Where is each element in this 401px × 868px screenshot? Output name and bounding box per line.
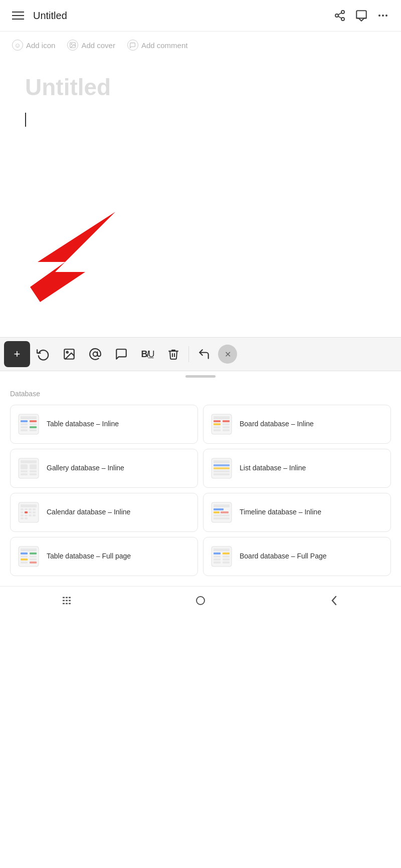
- section-title: Database: [10, 390, 391, 398]
- svg-rect-74: [21, 552, 28, 554]
- svg-rect-85: [223, 552, 230, 554]
- table-full-label: Table database – Full page: [47, 551, 131, 561]
- svg-rect-58: [33, 511, 36, 513]
- toolbar-separator: [188, 346, 189, 362]
- svg-rect-40: [30, 470, 37, 472]
- svg-rect-32: [223, 426, 230, 428]
- svg-rect-41: [21, 473, 28, 475]
- svg-rect-60: [25, 514, 28, 516]
- svg-rect-80: [21, 561, 28, 563]
- comment-small-icon: [127, 40, 138, 51]
- database-grid: Table database – Inline Board database –…: [10, 405, 391, 576]
- svg-rect-28: [223, 420, 230, 422]
- svg-rect-23: [21, 429, 28, 431]
- board-full-icon: [210, 544, 234, 568]
- bold-button[interactable]: BIU: [134, 341, 160, 367]
- svg-rect-66: [214, 504, 230, 507]
- svg-rect-19: [21, 423, 28, 425]
- comment-toolbar-button[interactable]: [108, 341, 134, 367]
- calendar-database-inline[interactable]: Calendar database – Inline: [10, 493, 198, 532]
- svg-rect-76: [21, 555, 28, 557]
- svg-rect-27: [214, 420, 221, 422]
- svg-rect-47: [214, 470, 230, 472]
- add-cover-button[interactable]: Add cover: [67, 40, 115, 51]
- add-icon-button[interactable]: ☺ Add icon: [12, 40, 55, 51]
- header: Untitled: [0, 0, 401, 32]
- board-database-full[interactable]: Board database – Full Page: [203, 537, 391, 576]
- svg-rect-73: [21, 548, 37, 551]
- svg-rect-67: [214, 508, 224, 510]
- svg-rect-59: [21, 514, 24, 516]
- header-right: [334, 9, 389, 22]
- comment-icon[interactable]: [355, 9, 368, 22]
- svg-rect-50: [21, 504, 37, 507]
- arrow-pointer: [10, 207, 120, 307]
- delete-button[interactable]: [160, 341, 186, 367]
- mention-button[interactable]: [82, 341, 108, 367]
- svg-rect-16: [21, 416, 37, 419]
- text-cursor: [25, 113, 26, 127]
- image-button[interactable]: [56, 341, 82, 367]
- svg-point-13: [67, 352, 68, 353]
- svg-rect-29: [214, 423, 221, 425]
- svg-rect-46: [214, 467, 230, 469]
- nav-home-icon[interactable]: [193, 594, 208, 608]
- svg-rect-88: [214, 558, 221, 560]
- undo-button[interactable]: [191, 341, 217, 367]
- board-database-inline[interactable]: Board database – Inline: [203, 405, 391, 444]
- share-icon[interactable]: [334, 10, 346, 22]
- svg-rect-63: [21, 517, 24, 519]
- list-database-inline[interactable]: List database – Inline: [203, 449, 391, 488]
- svg-rect-34: [223, 429, 230, 431]
- page-area[interactable]: Untitled: [0, 59, 401, 137]
- board-inline-label: Board database – Inline: [240, 419, 314, 429]
- svg-rect-33: [214, 429, 221, 431]
- svg-rect-54: [33, 508, 36, 510]
- svg-rect-26: [214, 416, 230, 419]
- svg-rect-53: [29, 508, 32, 510]
- gallery-database-inline[interactable]: Gallery database – Inline: [10, 449, 198, 488]
- gallery-inline-label: Gallery database – Inline: [47, 463, 124, 473]
- svg-point-10: [71, 44, 72, 45]
- drag-handle[interactable]: [185, 375, 216, 378]
- hamburger-icon[interactable]: [12, 12, 24, 20]
- rotate-button[interactable]: [30, 341, 56, 367]
- svg-rect-44: [214, 460, 230, 463]
- svg-rect-90: [214, 561, 221, 563]
- nav-menu-icon[interactable]: [60, 594, 74, 608]
- svg-rect-81: [30, 561, 37, 563]
- board-inline-icon: [210, 412, 234, 436]
- svg-rect-24: [30, 429, 37, 431]
- svg-rect-57: [29, 511, 32, 513]
- timeline-database-inline[interactable]: Timeline database – Inline: [203, 493, 391, 532]
- table-database-inline[interactable]: Table database – Inline: [10, 405, 198, 444]
- add-comment-button[interactable]: Add comment: [127, 40, 188, 51]
- timeline-inline-label: Timeline database – Inline: [240, 507, 321, 517]
- header-left: Untitled: [12, 10, 67, 22]
- table-database-full[interactable]: Table database – Full page: [10, 537, 198, 576]
- svg-rect-17: [21, 420, 28, 422]
- svg-rect-91: [223, 561, 230, 563]
- page-title-text: Untitled: [25, 74, 376, 101]
- svg-rect-61: [29, 514, 32, 516]
- nav-back-icon[interactable]: [327, 594, 341, 608]
- svg-rect-42: [30, 473, 37, 475]
- svg-rect-71: [214, 517, 230, 519]
- list-inline-icon: [210, 456, 234, 480]
- svg-rect-38: [30, 464, 37, 469]
- svg-rect-48: [214, 473, 230, 475]
- svg-rect-22: [30, 426, 37, 428]
- svg-rect-39: [21, 470, 28, 472]
- database-section: Database Table database – Inline: [0, 382, 401, 586]
- svg-rect-18: [30, 420, 37, 422]
- svg-line-4: [338, 13, 342, 15]
- add-block-button[interactable]: +: [4, 341, 30, 367]
- svg-rect-84: [214, 552, 221, 554]
- svg-rect-56: [25, 511, 28, 513]
- svg-rect-75: [30, 552, 37, 554]
- gallery-inline-icon: [17, 456, 41, 480]
- more-icon[interactable]: [377, 10, 389, 22]
- nav-bar: [0, 586, 401, 613]
- action-bar: ☺ Add icon Add cover Add comment: [0, 32, 401, 59]
- close-toolbar-button[interactable]: ✕: [218, 345, 237, 364]
